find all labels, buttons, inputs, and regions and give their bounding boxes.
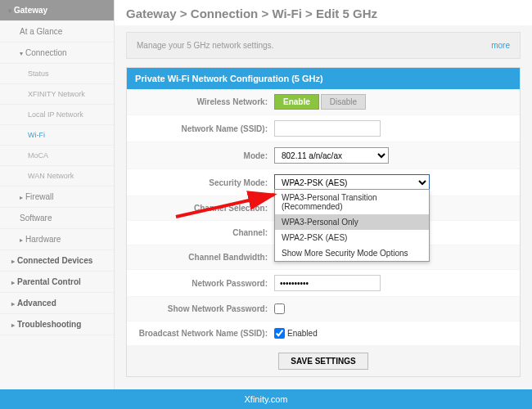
- nav-local-ip[interactable]: Local IP Network: [0, 105, 114, 125]
- row-broadcast: Broadcast Network Name (SSID): Enabled: [127, 321, 520, 346]
- security-option-show-more[interactable]: Show More Security Mode Options: [275, 245, 429, 261]
- label-security-mode: Security Mode:: [135, 178, 274, 187]
- show-password-checkbox[interactable]: [274, 303, 285, 314]
- row-show-password: Show Network Password:: [127, 297, 520, 321]
- row-password: Network Password:: [127, 270, 520, 297]
- config-panel: Private Wi-Fi Network Configuration (5 G…: [126, 67, 521, 377]
- mode-select[interactable]: 802.11 a/n/ac/ax: [274, 147, 389, 164]
- security-mode-dropdown: WPA3-Personal Transition (Recommended) W…: [274, 189, 430, 262]
- broadcast-enabled-text: Enabled: [287, 329, 318, 338]
- nav-parental[interactable]: Parental Control: [0, 272, 114, 293]
- label-channel: Channel:: [135, 228, 274, 237]
- row-ssid: Network Name (SSID):: [127, 115, 520, 142]
- label-ssid: Network Name (SSID):: [135, 124, 274, 133]
- footer[interactable]: Xfinity.com: [0, 389, 532, 409]
- label-show-password: Show Network Password:: [135, 304, 274, 313]
- nav-status[interactable]: Status: [0, 64, 114, 84]
- row-save: SAVE SETTINGS: [127, 346, 520, 376]
- label-mode: Mode:: [135, 151, 274, 160]
- save-settings-button[interactable]: SAVE SETTINGS: [278, 353, 367, 370]
- nav-connection[interactable]: Connection: [0, 43, 114, 64]
- label-password: Network Password:: [135, 279, 274, 288]
- nav-troubleshooting[interactable]: Troubleshooting: [0, 314, 114, 335]
- nav-xfinity-network[interactable]: XFINITY Network: [0, 84, 114, 105]
- panel-header: Private Wi-Fi Network Configuration (5 G…: [127, 68, 520, 89]
- nav-wifi[interactable]: Wi-Fi: [0, 125, 114, 146]
- password-input[interactable]: [274, 275, 381, 291]
- security-option-wpa2-psk[interactable]: WPA2-PSK (AES): [275, 230, 429, 245]
- label-broadcast: Broadcast Network Name (SSID):: [135, 329, 274, 338]
- nav-at-a-glance[interactable]: At a Glance: [0, 21, 114, 43]
- disable-button[interactable]: Disable: [321, 94, 366, 110]
- nav-firewall[interactable]: Firewall: [0, 187, 114, 208]
- ssid-input[interactable]: [274, 120, 381, 137]
- row-mode: Mode: 802.11 a/n/ac/ax: [127, 142, 520, 169]
- nav-advanced[interactable]: Advanced: [0, 293, 114, 314]
- breadcrumb: Gateway > Connection > Wi-Fi > Edit 5 GH…: [115, 0, 532, 25]
- main-content: Gateway > Connection > Wi-Fi > Edit 5 GH…: [115, 0, 532, 389]
- broadcast-checkbox[interactable]: [274, 328, 285, 339]
- more-link[interactable]: more: [491, 41, 510, 50]
- row-wireless-network: Wireless Network: Enable Disable: [127, 89, 520, 115]
- description-text: Manage your 5 GHz network settings.: [137, 41, 273, 50]
- label-channel-bandwidth: Channel Bandwidth:: [135, 253, 274, 262]
- nav-hardware[interactable]: Hardware: [0, 229, 114, 250]
- nav-moca[interactable]: MoCA: [0, 146, 114, 166]
- label-wireless-network: Wireless Network:: [135, 97, 274, 106]
- security-mode-select[interactable]: WPA2-PSK (AES): [274, 174, 430, 191]
- label-channel-selection: Channel Selection:: [135, 204, 274, 213]
- security-option-wpa3-only[interactable]: WPA3-Personal Only: [275, 214, 429, 230]
- nav-wan[interactable]: WAN Network: [0, 166, 114, 187]
- sidebar: Gateway At a Glance Connection Status XF…: [0, 0, 115, 389]
- nav-software[interactable]: Software: [0, 208, 114, 229]
- security-option-wpa3-transition[interactable]: WPA3-Personal Transition (Recommended): [275, 190, 429, 214]
- description-bar: Manage your 5 GHz network settings. more: [126, 32, 521, 59]
- nav-gateway[interactable]: Gateway: [0, 0, 114, 21]
- nav-connected-devices[interactable]: Connected Devices: [0, 250, 114, 272]
- row-security-mode: Security Mode: WPA2-PSK (AES) WPA3-Perso…: [127, 169, 520, 196]
- enable-button[interactable]: Enable: [274, 94, 319, 110]
